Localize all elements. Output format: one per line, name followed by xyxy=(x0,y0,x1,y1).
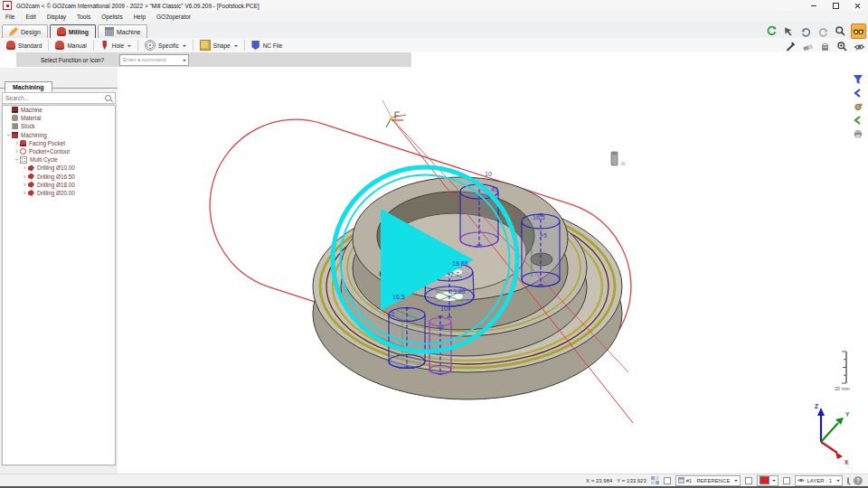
tree-chevron-icon[interactable]: › xyxy=(5,132,12,138)
tree-item-drilling-18-00[interactable]: ›Drilling Ø18.00 xyxy=(3,181,115,189)
pan-hand-icon[interactable] xyxy=(851,100,865,112)
glasses-icon[interactable] xyxy=(851,23,866,39)
reference-combobox[interactable]: #1 : REFERENCE xyxy=(675,475,741,486)
standard-button[interactable]: Standard xyxy=(0,39,48,52)
layer-checkbox[interactable] xyxy=(783,477,790,484)
tab-label: Machine xyxy=(117,29,140,35)
tree-chevron-icon[interactable]: › xyxy=(22,174,28,180)
tree-item-drilling-20-00[interactable]: ›Drilling Ø20.00 xyxy=(3,189,115,197)
tree-chevron-icon[interactable]: › xyxy=(22,190,28,196)
tree-item-label: Stock xyxy=(21,123,35,129)
color-checkbox[interactable] xyxy=(745,477,752,484)
tree-item-drilling-16-50[interactable]: ›Drilling Ø16.50 xyxy=(3,173,115,181)
svg-text:X: X xyxy=(844,459,849,465)
menu-go2operator[interactable]: GO2operator xyxy=(151,14,196,20)
command-bar: Select Function or Icon? Enter a command xyxy=(0,52,868,68)
dimension-label: 45 xyxy=(491,186,498,192)
snap-grid-icon[interactable] xyxy=(651,476,659,485)
tree-chevron-icon[interactable]: › xyxy=(14,148,20,155)
tree-item-label: Drilling Ø16.50 xyxy=(37,174,75,180)
help-button[interactable]: ? xyxy=(854,476,863,485)
hole-button[interactable]: Hole xyxy=(94,39,137,52)
eye-icon[interactable] xyxy=(853,40,866,53)
tree-item-stock[interactable]: Stock xyxy=(3,122,115,130)
origin-marker xyxy=(382,100,406,127)
tab-machining[interactable]: Machining xyxy=(5,81,52,92)
zoom-plus-icon[interactable] xyxy=(835,40,849,53)
y-coordinate: Y = 133.923 xyxy=(617,478,646,483)
3d-viewport[interactable]: JK 20 mm xyxy=(118,68,868,474)
filter-icon[interactable] xyxy=(851,73,865,85)
machining-panel: Machining MachineMaterialStock›Machining… xyxy=(0,68,118,474)
tab-milling[interactable]: Milling xyxy=(50,24,96,39)
tree-chevron-icon[interactable]: › xyxy=(22,164,28,171)
menu-tools[interactable]: Tools xyxy=(71,14,96,20)
tree-chevron-icon[interactable]: › xyxy=(14,156,20,163)
chevron-down-icon xyxy=(234,45,238,49)
tree-item-pocket-contour[interactable]: ›Pocket+Contour xyxy=(3,147,115,155)
chevron-down-icon xyxy=(772,480,776,483)
chevron-left-blue-icon[interactable] xyxy=(851,87,865,99)
tab-label: Milling xyxy=(69,29,89,35)
button-label: Shape xyxy=(213,42,231,49)
tree-item-material[interactable]: Material xyxy=(3,114,115,122)
specific-button[interactable]: Specific xyxy=(138,39,193,52)
tree-item-label: Multi Cycle xyxy=(30,156,58,163)
close-button[interactable] xyxy=(846,0,868,11)
reference-value: #1 : REFERENCE xyxy=(686,478,731,483)
magnifier-icon xyxy=(847,477,849,484)
zoom-icon[interactable] xyxy=(834,24,847,38)
menu-help[interactable]: Help xyxy=(128,14,151,20)
search-box[interactable] xyxy=(2,92,116,104)
tree-item-machine[interactable]: Machine xyxy=(3,106,115,114)
tree-item-facing-pocket[interactable]: ›Facing Pocket xyxy=(3,139,115,147)
machine-tab-icon xyxy=(105,27,114,36)
tab-machine[interactable]: Machine xyxy=(98,24,147,38)
tree-chevron-icon[interactable]: › xyxy=(14,140,20,146)
main-area: Machining MachineMaterialStock›Machining… xyxy=(0,68,868,474)
panel-tab-strip: Machining xyxy=(0,76,118,89)
redo-icon[interactable] xyxy=(816,24,830,38)
eraser-icon[interactable] xyxy=(801,40,815,53)
shape-button[interactable]: Shape xyxy=(193,39,244,52)
refresh-icon[interactable] xyxy=(765,24,778,38)
tree-item-label: Machine xyxy=(21,107,42,113)
nc-file-button[interactable]: NC File xyxy=(245,39,289,52)
tree-chevron-icon[interactable]: › xyxy=(22,182,28,188)
menu-edit[interactable]: Edit xyxy=(20,14,41,20)
3d-scene[interactable]: JK 20 mm xyxy=(118,68,868,474)
layer-combobox[interactable]: LAYER : 1 xyxy=(795,475,843,486)
search-input[interactable] xyxy=(3,95,105,101)
drilling-icon xyxy=(28,174,34,180)
chevron-left-green-icon[interactable] xyxy=(851,114,865,126)
tree-item-drilling-10-00[interactable]: ›Drilling Ø10.00 xyxy=(3,164,115,172)
paint-pot-icon[interactable] xyxy=(818,40,832,53)
command-combobox[interactable]: Enter a command xyxy=(119,54,189,66)
layer-value: LAYER : 1 xyxy=(807,478,832,483)
carve-tools-icon[interactable] xyxy=(784,40,797,53)
tree-item-multi-cycle[interactable]: ›Multi Cycle xyxy=(3,155,115,164)
tree-item-label: Drilling Ø20.00 xyxy=(37,190,75,196)
dimension-label: 16.5 xyxy=(392,294,405,300)
manual-button[interactable]: Manual xyxy=(49,39,92,52)
svg-text:JK: JK xyxy=(620,161,627,166)
drilling-icon xyxy=(28,190,34,196)
tab-design[interactable]: Design xyxy=(2,24,48,38)
stock-icon xyxy=(12,123,18,129)
manual-icon xyxy=(55,41,64,50)
zoom-selection-button[interactable] xyxy=(847,478,849,483)
minimize-button[interactable] xyxy=(803,0,825,11)
printer-icon[interactable] xyxy=(851,127,865,139)
reference-checkbox[interactable] xyxy=(664,477,671,484)
menu-opelists[interactable]: Opelists xyxy=(96,14,127,20)
pointer-icon[interactable] xyxy=(782,24,796,38)
menu-display[interactable]: Display xyxy=(42,14,71,20)
undo-icon[interactable] xyxy=(799,24,813,38)
ncfile-icon xyxy=(251,41,260,50)
tree-item-machining[interactable]: ›Machining xyxy=(3,131,115,139)
color-picker[interactable] xyxy=(757,475,778,486)
menu-file[interactable]: File xyxy=(0,14,20,20)
hole-icon xyxy=(100,41,109,50)
maximize-button[interactable] xyxy=(825,0,846,11)
button-label: NC File xyxy=(263,42,283,49)
